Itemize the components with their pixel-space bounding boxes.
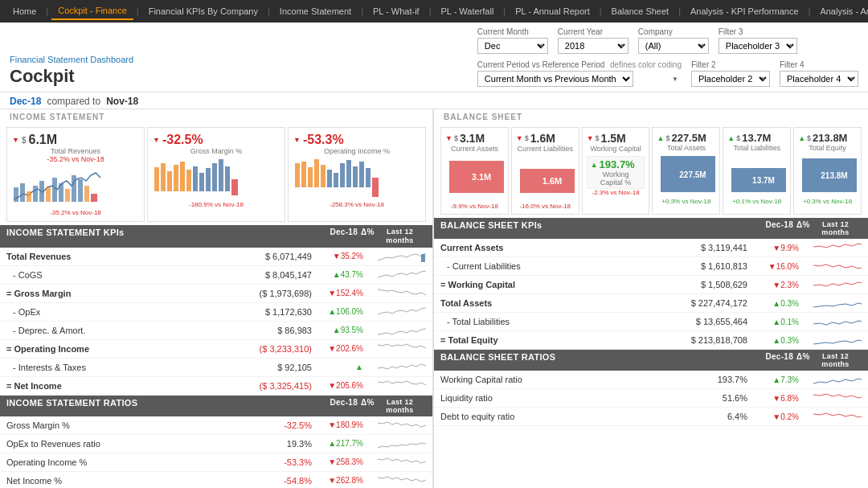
nav-analysis-kpi[interactable]: Analysis - KPI Performance bbox=[684, 3, 805, 19]
chart-total-equity: 213.8M bbox=[798, 152, 857, 196]
income-kpi-table-header: INCOME STATEMENT KPIs Dec-18 Δ% Last 12 … bbox=[0, 225, 432, 248]
svg-rect-30 bbox=[314, 159, 319, 187]
nav-financial-kpis[interactable]: Financial KPIs By Company bbox=[142, 3, 264, 19]
table-row: Total Revenues $ 6,071,449 ▼35.2% bbox=[0, 248, 432, 266]
income-ratios-table: INCOME STATEMENT RATIOS Dec-18 Δ% Last 1… bbox=[0, 396, 432, 488]
revenues-chart bbox=[12, 163, 139, 207]
revenues-value: 6.1M bbox=[28, 133, 57, 147]
table-row: - CoGS $ 8,045,147 ▲43.7% bbox=[0, 266, 432, 285]
operating-income-label: Operating Income % bbox=[293, 147, 420, 155]
nav-home[interactable]: Home bbox=[6, 3, 43, 19]
balance-panel: ▼ $ 3.1M Current Assets 3.1M -9.9% vs No… bbox=[434, 124, 868, 488]
gross-margin-label: Gross Margin % bbox=[153, 147, 280, 155]
date-compared: compared to bbox=[47, 96, 100, 107]
page-title: Cockpit bbox=[10, 66, 133, 87]
nav-bar: Home | Cockpit - Finance | Financial KPI… bbox=[0, 0, 868, 23]
spark-liq-ratio bbox=[812, 391, 862, 405]
balance-ratios-table: BALANCE SHEET RATIOS Dec-18 Δ% Last 12 m… bbox=[434, 350, 868, 426]
table-row: = Operating Income ($ 3,233,310) ▼202.6% bbox=[0, 340, 432, 359]
svg-rect-4 bbox=[39, 181, 44, 202]
svg-rect-0 bbox=[14, 187, 18, 202]
date-from: Dec-18 bbox=[10, 96, 41, 107]
table-row: Net Income % -54.8% ▼262.8% bbox=[0, 472, 432, 488]
svg-rect-28 bbox=[301, 162, 306, 187]
company-select[interactable]: (All) bbox=[638, 38, 709, 54]
chart-total-liabilities: 13.7M bbox=[727, 152, 786, 196]
current-year-label: Current Year bbox=[558, 27, 628, 36]
svg-rect-1 bbox=[20, 183, 25, 202]
balance-kpi-table: BALANCE SHEET KPIs Dec-18 Δ% Last 12 mon… bbox=[434, 218, 868, 350]
balance-section-header: BALANCE SHEET bbox=[434, 109, 868, 124]
spark-op-income bbox=[376, 342, 426, 356]
current-month-label: Current Month bbox=[477, 27, 548, 36]
nav-pl-annual[interactable]: PL - Annual Report bbox=[509, 3, 596, 19]
svg-rect-22 bbox=[212, 163, 217, 191]
svg-rect-7 bbox=[59, 183, 63, 202]
income-ratios-header: INCOME STATEMENT RATIOS Dec-18 Δ% Last 1… bbox=[0, 396, 432, 416]
header-right: Current Month Dec Current Year 2018 bbox=[477, 27, 858, 87]
company-label: Company bbox=[638, 27, 709, 36]
main-panels: ▼ $ 6.1M Total Revenues -35.2% vs Nov-18 bbox=[0, 124, 868, 488]
filter-2: Filter 2 Placeholder 2 bbox=[691, 60, 770, 87]
nav-income-statement[interactable]: Income Statement bbox=[273, 3, 358, 19]
spark-tl bbox=[812, 314, 862, 329]
chart-current-assets: 3.1M bbox=[445, 153, 504, 201]
nav-pl-whatif[interactable]: PL - What-if bbox=[366, 3, 426, 19]
filter3-select[interactable]: Placeholder 3 bbox=[719, 38, 797, 54]
svg-rect-11 bbox=[84, 186, 89, 202]
card-operating-income: ▼ -53.3% Operating Income % bbox=[288, 127, 426, 222]
svg-rect-15 bbox=[167, 171, 172, 191]
filter4-select[interactable]: Placeholder 4 bbox=[780, 71, 858, 87]
card-total-assets: ▲ $ 227.5M Total Assets 227.5M +0.3% vs … bbox=[652, 127, 720, 215]
spark-wc-ratio bbox=[812, 372, 862, 387]
svg-text:3.1M: 3.1M bbox=[472, 172, 491, 182]
nav-cockpit-finance[interactable]: Cockpit - Finance bbox=[51, 2, 133, 20]
svg-rect-35 bbox=[346, 160, 351, 187]
spark-de-ratio bbox=[812, 409, 862, 424]
nav-analysis-adhoc[interactable]: Analysis - Adhoc bbox=[813, 3, 868, 19]
nav-pl-waterfall[interactable]: PL - Waterfall bbox=[435, 3, 501, 19]
header-left: Financial Statement Dashboard Cockpit bbox=[10, 55, 133, 87]
balance-kpi-table-header: BALANCE SHEET KPIs Dec-18 Δ% Last 12 mon… bbox=[434, 218, 868, 239]
svg-rect-40 bbox=[421, 254, 425, 262]
spark-net-income bbox=[376, 379, 426, 393]
table-row: = Net Income ($ 3,325,415) ▼205.6% bbox=[0, 377, 432, 396]
svg-rect-17 bbox=[180, 162, 185, 191]
period-select[interactable]: Current Month vs Previous Month bbox=[477, 71, 633, 87]
period-label: Current Period vs Reference Period defin… bbox=[477, 60, 682, 69]
income-section-label: INCOME STATEMENT bbox=[10, 113, 104, 121]
spark-cogs bbox=[376, 268, 426, 282]
svg-rect-10 bbox=[78, 179, 83, 202]
table-row: = Gross Margin ($ 1,973,698) ▼152.4% bbox=[0, 285, 432, 303]
date-to: Nov-18 bbox=[106, 96, 138, 107]
svg-rect-14 bbox=[161, 163, 166, 191]
gross-margin-chart bbox=[153, 155, 280, 199]
svg-rect-19 bbox=[193, 166, 198, 191]
table-row: Total Assets $ 227,474,172 ▲0.3% bbox=[434, 294, 868, 313]
table-row: Debt to equity ratio 6.4% ▼0.2% bbox=[434, 408, 868, 426]
spark-opex-ratio bbox=[376, 437, 426, 451]
table-row: = Working Capital $ 1,508,629 ▼2.3% bbox=[434, 276, 868, 294]
card-total-liabilities: ▲ $ 13.7M Total Liabilities 13.7M +0.1% … bbox=[723, 127, 791, 215]
current-month-select[interactable]: Dec bbox=[477, 38, 548, 54]
svg-rect-13 bbox=[154, 167, 159, 191]
spark-deprec bbox=[376, 323, 426, 338]
svg-rect-24 bbox=[225, 166, 230, 191]
filter2-select[interactable]: Placeholder 2 bbox=[691, 71, 770, 87]
svg-rect-6 bbox=[52, 178, 57, 202]
table-row: Liquidity ratio 51.6% ▼6.8% bbox=[434, 389, 868, 408]
svg-rect-33 bbox=[334, 173, 338, 187]
table-row: Operating Income % -53.3% ▼258.3% bbox=[0, 453, 432, 472]
filter-current-month: Current Month Dec bbox=[477, 27, 548, 54]
filter-company: Company (All) bbox=[638, 27, 709, 54]
table-row: Working Capital ratio 193.7% ▲7.3% bbox=[434, 371, 868, 389]
svg-rect-27 bbox=[295, 163, 300, 187]
breadcrumb[interactable]: Financial Statement Dashboard bbox=[10, 55, 133, 64]
nav-balance-sheet[interactable]: Balance Sheet bbox=[605, 3, 676, 19]
svg-text:227.5M: 227.5M bbox=[680, 170, 706, 179]
svg-rect-34 bbox=[340, 163, 345, 187]
svg-rect-39 bbox=[372, 178, 379, 197]
bs-kpi-cards-row1: ▼ $ 3.1M Current Assets 3.1M -9.9% vs No… bbox=[434, 124, 868, 218]
current-year-select[interactable]: 2018 bbox=[558, 38, 628, 54]
header-area: Financial Statement Dashboard Cockpit Cu… bbox=[0, 23, 868, 92]
